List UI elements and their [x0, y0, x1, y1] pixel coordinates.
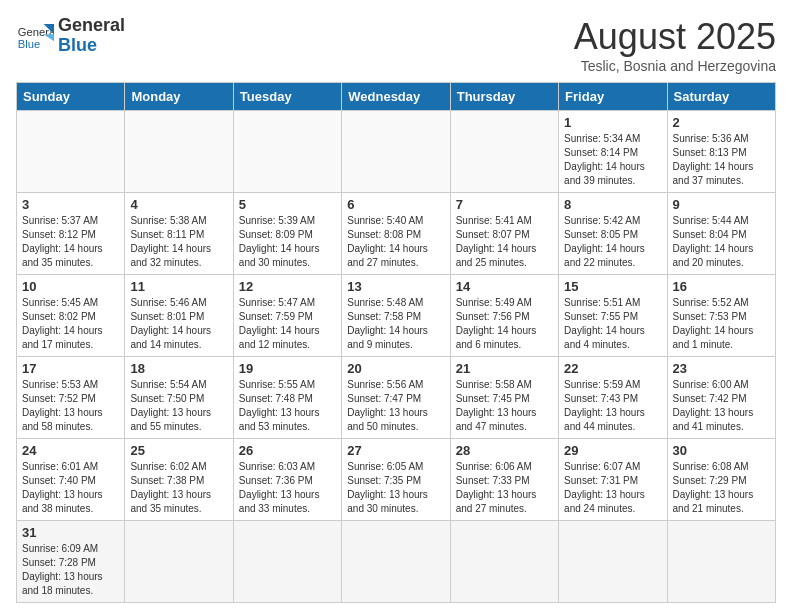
calendar-week-3: 10Sunrise: 5:45 AM Sunset: 8:02 PM Dayli… — [17, 275, 776, 357]
calendar-cell: 1Sunrise: 5:34 AM Sunset: 8:14 PM Daylig… — [559, 111, 667, 193]
day-number: 28 — [456, 443, 553, 458]
header-tuesday: Tuesday — [233, 83, 341, 111]
calendar-cell: 2Sunrise: 5:36 AM Sunset: 8:13 PM Daylig… — [667, 111, 775, 193]
calendar-cell: 12Sunrise: 5:47 AM Sunset: 7:59 PM Dayli… — [233, 275, 341, 357]
day-info: Sunrise: 5:36 AM Sunset: 8:13 PM Dayligh… — [673, 132, 770, 188]
day-number: 24 — [22, 443, 119, 458]
calendar-cell — [450, 521, 558, 603]
calendar-cell: 31Sunrise: 6:09 AM Sunset: 7:28 PM Dayli… — [17, 521, 125, 603]
calendar-cell: 30Sunrise: 6:08 AM Sunset: 7:29 PM Dayli… — [667, 439, 775, 521]
day-info: Sunrise: 5:47 AM Sunset: 7:59 PM Dayligh… — [239, 296, 336, 352]
day-info: Sunrise: 5:49 AM Sunset: 7:56 PM Dayligh… — [456, 296, 553, 352]
day-number: 4 — [130, 197, 227, 212]
day-number: 20 — [347, 361, 444, 376]
calendar-cell: 5Sunrise: 5:39 AM Sunset: 8:09 PM Daylig… — [233, 193, 341, 275]
calendar-table: SundayMondayTuesdayWednesdayThursdayFrid… — [16, 82, 776, 603]
day-info: Sunrise: 5:55 AM Sunset: 7:48 PM Dayligh… — [239, 378, 336, 434]
calendar-cell: 23Sunrise: 6:00 AM Sunset: 7:42 PM Dayli… — [667, 357, 775, 439]
calendar-cell: 22Sunrise: 5:59 AM Sunset: 7:43 PM Dayli… — [559, 357, 667, 439]
day-info: Sunrise: 6:02 AM Sunset: 7:38 PM Dayligh… — [130, 460, 227, 516]
day-info: Sunrise: 5:34 AM Sunset: 8:14 PM Dayligh… — [564, 132, 661, 188]
day-number: 12 — [239, 279, 336, 294]
calendar-cell: 28Sunrise: 6:06 AM Sunset: 7:33 PM Dayli… — [450, 439, 558, 521]
day-number: 26 — [239, 443, 336, 458]
day-info: Sunrise: 5:41 AM Sunset: 8:07 PM Dayligh… — [456, 214, 553, 270]
logo-blue-text: Blue — [58, 36, 125, 56]
calendar-cell — [233, 111, 341, 193]
calendar-cell: 17Sunrise: 5:53 AM Sunset: 7:52 PM Dayli… — [17, 357, 125, 439]
calendar-cell: 9Sunrise: 5:44 AM Sunset: 8:04 PM Daylig… — [667, 193, 775, 275]
calendar-cell: 13Sunrise: 5:48 AM Sunset: 7:58 PM Dayli… — [342, 275, 450, 357]
header-friday: Friday — [559, 83, 667, 111]
header-thursday: Thursday — [450, 83, 558, 111]
header-monday: Monday — [125, 83, 233, 111]
day-number: 5 — [239, 197, 336, 212]
day-number: 7 — [456, 197, 553, 212]
calendar-cell: 27Sunrise: 6:05 AM Sunset: 7:35 PM Dayli… — [342, 439, 450, 521]
header: General Blue General Blue August 2025 Te… — [16, 16, 776, 74]
calendar-cell — [450, 111, 558, 193]
calendar-cell: 26Sunrise: 6:03 AM Sunset: 7:36 PM Dayli… — [233, 439, 341, 521]
day-number: 27 — [347, 443, 444, 458]
day-number: 22 — [564, 361, 661, 376]
logo-icon: General Blue — [16, 17, 54, 55]
calendar-cell: 18Sunrise: 5:54 AM Sunset: 7:50 PM Dayli… — [125, 357, 233, 439]
calendar-header-row: SundayMondayTuesdayWednesdayThursdayFrid… — [17, 83, 776, 111]
calendar-cell: 10Sunrise: 5:45 AM Sunset: 8:02 PM Dayli… — [17, 275, 125, 357]
day-number: 10 — [22, 279, 119, 294]
calendar-cell — [342, 521, 450, 603]
day-info: Sunrise: 6:09 AM Sunset: 7:28 PM Dayligh… — [22, 542, 119, 598]
calendar-cell: 19Sunrise: 5:55 AM Sunset: 7:48 PM Dayli… — [233, 357, 341, 439]
day-number: 6 — [347, 197, 444, 212]
day-number: 29 — [564, 443, 661, 458]
calendar-cell — [559, 521, 667, 603]
location-subtitle: Teslic, Bosnia and Herzegovina — [574, 58, 776, 74]
calendar-cell: 15Sunrise: 5:51 AM Sunset: 7:55 PM Dayli… — [559, 275, 667, 357]
day-info: Sunrise: 5:51 AM Sunset: 7:55 PM Dayligh… — [564, 296, 661, 352]
day-info: Sunrise: 6:01 AM Sunset: 7:40 PM Dayligh… — [22, 460, 119, 516]
calendar-cell — [125, 521, 233, 603]
calendar-cell: 29Sunrise: 6:07 AM Sunset: 7:31 PM Dayli… — [559, 439, 667, 521]
title-area: August 2025 Teslic, Bosnia and Herzegovi… — [574, 16, 776, 74]
day-info: Sunrise: 5:52 AM Sunset: 7:53 PM Dayligh… — [673, 296, 770, 352]
day-info: Sunrise: 5:54 AM Sunset: 7:50 PM Dayligh… — [130, 378, 227, 434]
day-info: Sunrise: 5:40 AM Sunset: 8:08 PM Dayligh… — [347, 214, 444, 270]
day-info: Sunrise: 5:37 AM Sunset: 8:12 PM Dayligh… — [22, 214, 119, 270]
header-saturday: Saturday — [667, 83, 775, 111]
day-info: Sunrise: 5:42 AM Sunset: 8:05 PM Dayligh… — [564, 214, 661, 270]
calendar-week-4: 17Sunrise: 5:53 AM Sunset: 7:52 PM Dayli… — [17, 357, 776, 439]
day-info: Sunrise: 6:07 AM Sunset: 7:31 PM Dayligh… — [564, 460, 661, 516]
day-info: Sunrise: 5:38 AM Sunset: 8:11 PM Dayligh… — [130, 214, 227, 270]
day-info: Sunrise: 6:06 AM Sunset: 7:33 PM Dayligh… — [456, 460, 553, 516]
calendar-cell — [667, 521, 775, 603]
day-info: Sunrise: 5:45 AM Sunset: 8:02 PM Dayligh… — [22, 296, 119, 352]
day-number: 8 — [564, 197, 661, 212]
day-number: 9 — [673, 197, 770, 212]
day-info: Sunrise: 5:44 AM Sunset: 8:04 PM Dayligh… — [673, 214, 770, 270]
day-info: Sunrise: 6:08 AM Sunset: 7:29 PM Dayligh… — [673, 460, 770, 516]
day-number: 25 — [130, 443, 227, 458]
day-info: Sunrise: 6:03 AM Sunset: 7:36 PM Dayligh… — [239, 460, 336, 516]
day-number: 21 — [456, 361, 553, 376]
calendar-cell: 21Sunrise: 5:58 AM Sunset: 7:45 PM Dayli… — [450, 357, 558, 439]
day-number: 3 — [22, 197, 119, 212]
day-info: Sunrise: 5:56 AM Sunset: 7:47 PM Dayligh… — [347, 378, 444, 434]
calendar-cell: 3Sunrise: 5:37 AM Sunset: 8:12 PM Daylig… — [17, 193, 125, 275]
day-number: 2 — [673, 115, 770, 130]
day-number: 31 — [22, 525, 119, 540]
day-info: Sunrise: 5:48 AM Sunset: 7:58 PM Dayligh… — [347, 296, 444, 352]
calendar-cell — [17, 111, 125, 193]
day-number: 13 — [347, 279, 444, 294]
day-number: 18 — [130, 361, 227, 376]
calendar-cell: 20Sunrise: 5:56 AM Sunset: 7:47 PM Dayli… — [342, 357, 450, 439]
day-info: Sunrise: 5:59 AM Sunset: 7:43 PM Dayligh… — [564, 378, 661, 434]
calendar-week-1: 1Sunrise: 5:34 AM Sunset: 8:14 PM Daylig… — [17, 111, 776, 193]
calendar-cell: 7Sunrise: 5:41 AM Sunset: 8:07 PM Daylig… — [450, 193, 558, 275]
day-number: 16 — [673, 279, 770, 294]
calendar-week-6: 31Sunrise: 6:09 AM Sunset: 7:28 PM Dayli… — [17, 521, 776, 603]
day-number: 1 — [564, 115, 661, 130]
day-number: 11 — [130, 279, 227, 294]
logo-general-text: General — [58, 16, 125, 36]
calendar-cell: 14Sunrise: 5:49 AM Sunset: 7:56 PM Dayli… — [450, 275, 558, 357]
header-wednesday: Wednesday — [342, 83, 450, 111]
